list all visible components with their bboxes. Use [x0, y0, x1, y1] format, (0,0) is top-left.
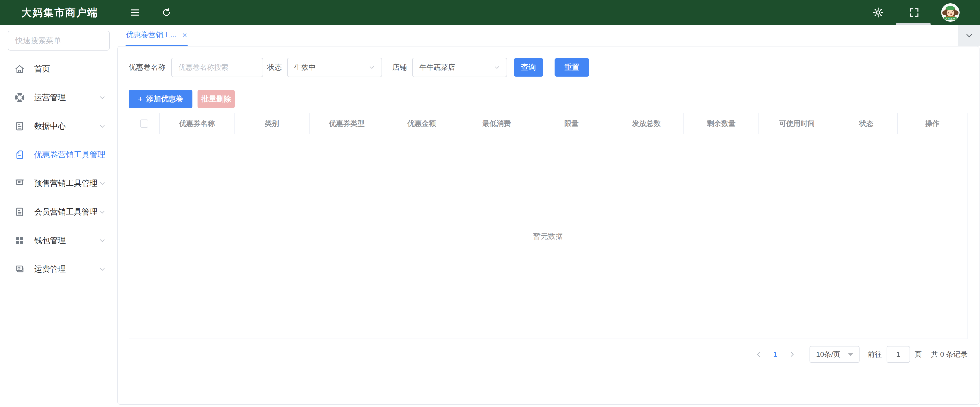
- shop-select[interactable]: 牛牛蔬菜店: [412, 58, 507, 77]
- batch-delete-button[interactable]: 批量删除: [197, 90, 235, 108]
- settings-gear-icon[interactable]: [872, 6, 884, 18]
- status-label: 状态: [267, 62, 282, 72]
- chevron-down-icon: [99, 179, 106, 187]
- chevron-down-icon: [99, 265, 106, 273]
- main-content: 优惠卷营销工... × 优惠卷名称 状态 生效中: [118, 25, 980, 407]
- page-size-select[interactable]: 10条/页: [810, 346, 859, 363]
- column-header-status: 状态: [835, 113, 897, 134]
- next-page-icon[interactable]: [788, 351, 796, 358]
- column-header-coupon-type: 优惠券类型: [310, 113, 384, 134]
- sidebar-item-operations[interactable]: 运营管理: [0, 83, 118, 112]
- column-header-issued-total: 发放总数: [609, 113, 684, 134]
- header-right-group: 大妈集市: [872, 3, 959, 22]
- goto-label: 前往: [868, 350, 882, 359]
- total-records-label: 共 0 条记录: [931, 350, 967, 359]
- app-header: 大妈集市商户端: [0, 0, 980, 25]
- member-doc-icon: [14, 207, 25, 217]
- page-size-value: 10条/页: [816, 350, 840, 359]
- pagination-bar: 1 10条/页 前往 页 共 0 条记录: [129, 345, 967, 364]
- sidebar-item-wallet[interactable]: 钱包管理: [0, 226, 118, 255]
- tab-label: 优惠卷营销工...: [126, 30, 177, 40]
- column-header-discount: 优惠金额: [384, 113, 459, 134]
- reset-button[interactable]: 重置: [555, 58, 589, 77]
- table-header-row: 优惠券名称 类别 优惠券类型 优惠金额 最低消费 限量 发放总数 剩余数量 可使…: [129, 113, 967, 134]
- coupon-file-icon: [14, 149, 25, 160]
- prev-page-icon[interactable]: [755, 351, 762, 358]
- column-header-valid-time: 可使用时间: [759, 113, 835, 134]
- chevron-down-icon: [99, 122, 106, 130]
- sidebar-item-home[interactable]: 首页: [0, 55, 118, 83]
- tab-coupon-tools[interactable]: 优惠卷营销工... ×: [126, 25, 188, 46]
- plus-icon: +: [138, 94, 143, 104]
- chevron-down-icon: [493, 64, 501, 71]
- wallet-icon: [14, 235, 25, 246]
- select-all-cell: [129, 113, 160, 134]
- avatar-badge-text: 大妈集市: [945, 18, 956, 20]
- sidebar-item-label: 首页: [34, 64, 50, 74]
- avatar[interactable]: 大妈集市: [941, 3, 959, 22]
- sidebar-item-label: 优惠卷营销工具管理: [34, 149, 105, 160]
- sidebar-menu: 首页 运营管理 数据中心: [0, 55, 118, 283]
- tab-close-icon[interactable]: ×: [182, 31, 187, 39]
- refresh-icon[interactable]: [161, 7, 172, 18]
- column-header-coupon-name: 优惠券名称: [160, 113, 234, 134]
- query-button[interactable]: 查询: [514, 58, 543, 77]
- presale-board-icon: [14, 178, 25, 189]
- sidebar-item-label: 会员营销工具管理: [34, 207, 97, 217]
- chevron-down-icon: [99, 94, 106, 101]
- hamburger-menu-icon[interactable]: [129, 7, 141, 18]
- sidebar-item-label: 运营管理: [34, 92, 66, 103]
- tab-bar: 优惠卷营销工... ×: [118, 25, 980, 46]
- coupon-table: 优惠券名称 类别 优惠券类型 优惠金额 最低消费 限量 发放总数 剩余数量 可使…: [129, 113, 967, 339]
- sidebar-item-label: 数据中心: [34, 121, 66, 131]
- sidebar-item-label: 钱包管理: [34, 235, 66, 246]
- sidebar-item-label: 运费管理: [34, 264, 66, 275]
- column-header-category: 类别: [234, 113, 309, 134]
- column-header-min-spend: 最低消费: [460, 113, 534, 134]
- app-title: 大妈集市商户端: [21, 6, 98, 20]
- tab-actions-dropdown[interactable]: [958, 25, 980, 46]
- table-toolbar: + 添加优惠卷 批量删除: [129, 90, 967, 108]
- coupon-name-label: 优惠卷名称: [129, 62, 165, 72]
- freight-icon: [14, 264, 25, 275]
- caret-down-icon: [848, 353, 853, 356]
- column-header-operation: 操作: [898, 113, 967, 134]
- sidebar-item-coupon-tools[interactable]: 优惠卷营销工具管理: [0, 140, 118, 169]
- chevron-down-icon: [99, 237, 106, 244]
- page-number-1[interactable]: 1: [773, 350, 777, 359]
- column-header-remaining: 剩余数量: [684, 113, 759, 134]
- chevron-down-icon: [99, 208, 106, 216]
- status-select-value: 生效中: [294, 62, 316, 72]
- shop-select-value: 牛牛蔬菜店: [419, 62, 455, 72]
- sidebar: 首页 运营管理 数据中心: [0, 25, 118, 407]
- add-coupon-button[interactable]: + 添加优惠卷: [129, 90, 192, 108]
- tabbar-scrollbar-thumb[interactable]: [896, 23, 931, 25]
- add-coupon-label: 添加优惠卷: [146, 94, 183, 104]
- page-unit-label: 页: [915, 350, 922, 359]
- operations-icon: [14, 92, 25, 103]
- sidebar-item-data-center[interactable]: 数据中心: [0, 112, 118, 140]
- fullscreen-icon[interactable]: [908, 7, 920, 18]
- table-empty-state: 暂无数据: [129, 134, 967, 338]
- column-header-limit: 限量: [534, 113, 609, 134]
- sidebar-item-label: 预售营销工具管理: [34, 178, 97, 189]
- menu-search-input[interactable]: [8, 30, 110, 51]
- chevron-down-icon: [368, 64, 375, 71]
- empty-text: 暂无数据: [533, 231, 563, 241]
- data-center-icon: [14, 121, 25, 131]
- coupon-name-input[interactable]: [171, 58, 263, 77]
- content-card: 优惠卷名称 状态 生效中 店铺 牛牛蔬菜店 查询 重置: [118, 46, 980, 405]
- filter-bar: 优惠卷名称 状态 生效中 店铺 牛牛蔬菜店 查询 重置: [129, 58, 967, 77]
- home-icon: [14, 64, 25, 74]
- chevron-down-icon: [964, 30, 974, 40]
- sidebar-item-presale-tools[interactable]: 预售营销工具管理: [0, 169, 118, 198]
- goto-page-input[interactable]: [886, 346, 910, 363]
- select-all-checkbox[interactable]: [140, 120, 148, 128]
- shop-label: 店铺: [392, 62, 407, 72]
- sidebar-item-member-tools[interactable]: 会员营销工具管理: [0, 198, 118, 226]
- sidebar-item-freight[interactable]: 运费管理: [0, 255, 118, 283]
- status-select[interactable]: 生效中: [287, 58, 382, 77]
